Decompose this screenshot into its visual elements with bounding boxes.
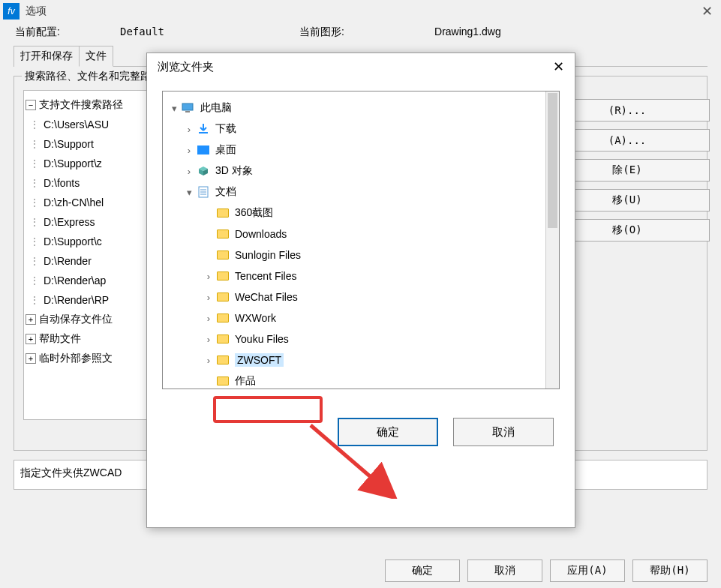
window-title: 选项 xyxy=(26,4,695,18)
download-icon xyxy=(196,122,211,136)
dialog-ok-button[interactable]: 确定 xyxy=(338,418,438,446)
tree-item-folder[interactable]: › 作品 xyxy=(163,370,545,388)
tree-expand-icon[interactable]: + xyxy=(26,353,36,364)
dialog-title: 浏览文件夹 xyxy=(158,60,553,74)
paths-group-title: 搜索路径、文件名和完整路径 xyxy=(22,70,164,83)
folder-label: Youku Files xyxy=(235,333,289,345)
tree-item-this-pc[interactable]: ▾ 此电脑 xyxy=(163,98,545,118)
tree-item-zwsoft[interactable]: › ZWSOFT xyxy=(163,350,545,370)
chevron-down-icon[interactable]: ▾ xyxy=(182,187,196,198)
folder-label: 文档 xyxy=(215,185,236,199)
browse-folder-dialog: 浏览文件夹 ✕ ▾ 此电脑 › 下载 › 桌面 › 3D 对象 xyxy=(146,52,575,528)
folder-label-selected: ZWSOFT xyxy=(235,353,284,367)
tree-path-item[interactable]: D:\fonts xyxy=(44,177,80,189)
folder-icon xyxy=(215,227,230,241)
chevron-right-icon[interactable]: › xyxy=(202,355,215,366)
current-config-label: 当前配置: xyxy=(15,26,120,39)
title-bar: fv 选项 ✕ xyxy=(0,0,721,22)
folder-label: WXWork xyxy=(235,312,276,324)
folder-icon xyxy=(215,332,230,346)
chevron-right-icon[interactable]: › xyxy=(202,292,215,303)
folder-icon xyxy=(215,269,230,283)
desktop-icon xyxy=(196,143,211,157)
tree-node-label[interactable]: 自动保存文件位 xyxy=(39,313,113,326)
tree-item-downloads[interactable]: › 下载 xyxy=(163,118,545,140)
chevron-right-icon[interactable]: › xyxy=(182,166,196,177)
chevron-right-icon[interactable]: › xyxy=(202,313,215,324)
apply-button[interactable]: 应用(A) xyxy=(550,560,625,582)
folder-label: 360截图 xyxy=(235,206,273,220)
chevron-right-icon[interactable]: › xyxy=(202,334,215,345)
folder-label: 3D 对象 xyxy=(215,164,253,178)
folder-label: Downloads xyxy=(235,228,287,240)
tab-files[interactable]: 文件 xyxy=(79,46,113,67)
cancel-button[interactable]: 取消 xyxy=(467,560,542,582)
computer-icon xyxy=(181,101,196,115)
svg-rect-1 xyxy=(185,111,190,112)
tree-path-item[interactable]: C:\Users\ASU xyxy=(44,118,109,130)
tree-path-item[interactable]: D:\Render\RP xyxy=(44,294,109,306)
folder-tree-scrollbar[interactable] xyxy=(545,92,559,388)
folder-icon xyxy=(215,290,230,304)
folder-label: Sunlogin Files xyxy=(235,249,301,261)
folder-label: 下载 xyxy=(215,122,236,136)
tree-item-documents[interactable]: ▾ 文档 xyxy=(163,182,545,202)
tree-path-item[interactable]: D:\zh-CN\hel xyxy=(44,196,104,208)
dialog-close-icon[interactable]: ✕ xyxy=(553,58,564,75)
tree-path-item[interactable]: D:\Render xyxy=(44,255,92,267)
tree-path-item[interactable]: D:\Support\z xyxy=(44,158,102,170)
tree-item-folder[interactable]: › Sunlogin Files xyxy=(163,244,545,266)
chevron-right-icon[interactable]: › xyxy=(182,124,196,135)
cube-icon xyxy=(196,164,211,178)
scrollbar-thumb[interactable] xyxy=(548,93,557,228)
folder-label: Tencent Files xyxy=(235,270,296,282)
folder-icon xyxy=(215,353,230,367)
tree-node-label[interactable]: 帮助文件 xyxy=(39,332,81,346)
ok-button[interactable]: 确定 xyxy=(385,560,460,582)
tree-item-folder[interactable]: › WeChat Files xyxy=(163,286,545,308)
svg-rect-0 xyxy=(182,104,193,110)
document-icon xyxy=(196,185,211,199)
folder-icon xyxy=(215,311,230,325)
help-button[interactable]: 帮助(H) xyxy=(632,560,707,582)
tree-item-folder[interactable]: › 360截图 xyxy=(163,202,545,224)
folder-label: 此电脑 xyxy=(200,101,232,115)
current-drawing-label: 当前图形: xyxy=(299,26,434,39)
tree-path-item[interactable]: D:\Express xyxy=(44,216,95,228)
tree-expand-icon[interactable]: + xyxy=(26,334,36,344)
chevron-right-icon[interactable]: › xyxy=(202,271,215,282)
config-row: 当前配置: Default 当前图形: Drawing1.dwg xyxy=(0,22,721,39)
tree-item-folder[interactable]: › Youku Files xyxy=(163,328,545,350)
tree-path-item[interactable]: D:\Support xyxy=(44,138,94,150)
tree-item-folder[interactable]: › Tencent Files xyxy=(163,266,545,286)
folder-icon xyxy=(215,206,230,220)
folder-label: 作品 xyxy=(235,374,256,388)
current-drawing-value: Drawing1.dwg xyxy=(434,26,501,39)
tree-item-desktop[interactable]: › 桌面 xyxy=(163,140,545,160)
tab-open-save[interactable]: 打开和保存 xyxy=(14,46,80,67)
chevron-right-icon[interactable]: › xyxy=(182,145,196,156)
bottom-buttons: 确定 取消 应用(A) 帮助(H) xyxy=(385,560,707,582)
tree-item-folder[interactable]: › WXWork xyxy=(163,308,545,328)
folder-tree[interactable]: ▾ 此电脑 › 下载 › 桌面 › 3D 对象 ▾ xyxy=(163,92,545,388)
dialog-title-bar: 浏览文件夹 ✕ xyxy=(147,53,575,80)
folder-icon xyxy=(215,374,230,388)
tree-item-3d-objects[interactable]: › 3D 对象 xyxy=(163,160,545,182)
tree-path-item[interactable]: D:\Support\c xyxy=(44,236,102,248)
tree-collapse-icon[interactable]: − xyxy=(26,100,36,110)
dialog-cancel-button[interactable]: 取消 xyxy=(453,418,554,446)
folder-label: WeChat Files xyxy=(235,291,298,303)
current-config-value: Default xyxy=(120,26,164,39)
chevron-down-icon[interactable]: ▾ xyxy=(167,103,181,114)
tree-root-label[interactable]: 支持文件搜索路径 xyxy=(39,98,123,112)
tree-expand-icon[interactable]: + xyxy=(26,314,36,325)
svg-rect-2 xyxy=(199,132,208,134)
tree-path-item[interactable]: D:\Render\ap xyxy=(44,274,106,286)
folder-icon xyxy=(215,248,230,262)
tree-item-folder[interactable]: › Downloads xyxy=(163,224,545,244)
close-icon[interactable]: ✕ xyxy=(695,3,718,20)
dialog-buttons: 确定 取消 xyxy=(147,418,554,446)
tree-node-label[interactable]: 临时外部参照文 xyxy=(39,352,113,365)
folder-label: 桌面 xyxy=(215,143,236,157)
description-text: 指定文件夹供ZWCAD xyxy=(20,466,122,478)
